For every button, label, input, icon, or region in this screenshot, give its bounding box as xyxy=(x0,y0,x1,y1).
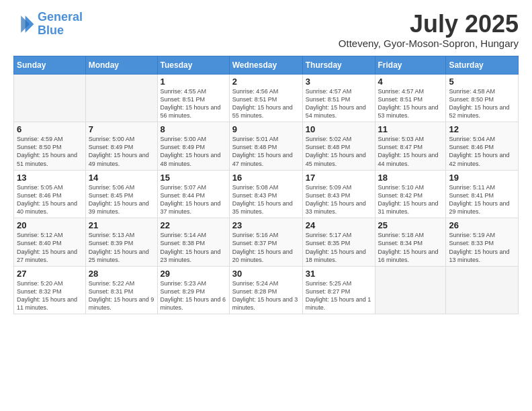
calendar-cell: 29Sunrise: 5:23 AMSunset: 8:29 PMDayligh… xyxy=(157,266,229,314)
day-info: Sunrise: 5:02 AMSunset: 8:48 PMDaylight:… xyxy=(306,135,372,168)
day-info: Sunrise: 5:01 AMSunset: 8:48 PMDaylight:… xyxy=(232,135,300,168)
day-info: Sunrise: 5:09 AMSunset: 8:43 PMDaylight:… xyxy=(306,183,372,216)
day-header-sunday: Sunday xyxy=(14,56,86,74)
day-number: 27 xyxy=(17,269,83,279)
day-info: Sunrise: 5:08 AMSunset: 8:43 PMDaylight:… xyxy=(232,183,300,216)
day-number: 7 xyxy=(89,124,154,134)
day-info: Sunrise: 5:24 AMSunset: 8:28 PMDaylight:… xyxy=(232,279,300,312)
day-info: Sunrise: 4:57 AMSunset: 8:51 PMDaylight:… xyxy=(306,87,372,120)
logo-text: General Blue xyxy=(38,11,83,38)
day-info: Sunrise: 5:14 AMSunset: 8:38 PMDaylight:… xyxy=(161,231,226,264)
day-number: 4 xyxy=(378,77,443,87)
calendar-cell: 8Sunrise: 5:00 AMSunset: 8:49 PMDaylight… xyxy=(157,122,229,171)
day-number: 18 xyxy=(378,173,443,183)
day-header-thursday: Thursday xyxy=(302,56,375,74)
calendar-cell: 27Sunrise: 5:20 AMSunset: 8:32 PMDayligh… xyxy=(14,266,86,314)
day-number: 20 xyxy=(17,220,83,230)
day-info: Sunrise: 5:10 AMSunset: 8:42 PMDaylight:… xyxy=(378,183,443,216)
calendar-cell xyxy=(375,266,446,314)
day-info: Sunrise: 5:18 AMSunset: 8:34 PMDaylight:… xyxy=(378,231,443,264)
calendar-cell: 2Sunrise: 4:56 AMSunset: 8:51 PMDaylight… xyxy=(229,74,302,122)
day-info: Sunrise: 4:59 AMSunset: 8:50 PMDaylight:… xyxy=(17,135,83,168)
calendar-header: SundayMondayTuesdayWednesdayThursdayFrid… xyxy=(14,56,519,74)
calendar-cell: 13Sunrise: 5:05 AMSunset: 8:46 PMDayligh… xyxy=(14,170,86,218)
day-info: Sunrise: 4:58 AMSunset: 8:50 PMDaylight:… xyxy=(449,87,515,120)
day-number: 31 xyxy=(306,269,372,279)
day-number: 28 xyxy=(89,269,154,279)
day-number: 24 xyxy=(306,220,372,230)
day-info: Sunrise: 5:12 AMSunset: 8:40 PMDaylight:… xyxy=(17,231,83,264)
day-number: 26 xyxy=(449,220,515,230)
calendar-body: 1Sunrise: 4:55 AMSunset: 8:51 PMDaylight… xyxy=(14,74,519,314)
title-block: July 2025 Otteveny, Gyor-Moson-Sopron, H… xyxy=(339,11,519,49)
calendar-cell: 10Sunrise: 5:02 AMSunset: 8:48 PMDayligh… xyxy=(302,122,375,171)
calendar-cell: 26Sunrise: 5:19 AMSunset: 8:33 PMDayligh… xyxy=(446,218,519,267)
day-info: Sunrise: 5:25 AMSunset: 8:27 PMDaylight:… xyxy=(306,279,372,312)
day-number: 1 xyxy=(161,77,226,87)
calendar-cell: 1Sunrise: 4:55 AMSunset: 8:51 PMDaylight… xyxy=(157,74,229,122)
day-info: Sunrise: 5:23 AMSunset: 8:29 PMDaylight:… xyxy=(161,279,226,312)
day-number: 12 xyxy=(449,124,515,134)
day-info: Sunrise: 5:00 AMSunset: 8:49 PMDaylight:… xyxy=(161,135,226,168)
day-number: 23 xyxy=(232,220,300,230)
calendar-cell: 7Sunrise: 5:00 AMSunset: 8:49 PMDaylight… xyxy=(85,122,157,171)
calendar-week-0: 1Sunrise: 4:55 AMSunset: 8:51 PMDaylight… xyxy=(14,74,519,122)
calendar-week-4: 27Sunrise: 5:20 AMSunset: 8:32 PMDayligh… xyxy=(14,266,519,314)
svg-marker-1 xyxy=(21,15,30,33)
calendar-cell xyxy=(85,74,157,122)
day-number: 25 xyxy=(378,220,443,230)
calendar-cell: 6Sunrise: 4:59 AMSunset: 8:50 PMDaylight… xyxy=(14,122,86,171)
day-header-wednesday: Wednesday xyxy=(229,56,302,74)
day-header-friday: Friday xyxy=(375,56,446,74)
day-number: 30 xyxy=(232,269,300,279)
calendar-week-2: 13Sunrise: 5:05 AMSunset: 8:46 PMDayligh… xyxy=(14,170,519,218)
calendar-cell: 3Sunrise: 4:57 AMSunset: 8:51 PMDaylight… xyxy=(302,74,375,122)
day-info: Sunrise: 5:07 AMSunset: 8:44 PMDaylight:… xyxy=(161,183,226,216)
day-info: Sunrise: 4:56 AMSunset: 8:51 PMDaylight:… xyxy=(232,87,300,120)
calendar-week-1: 6Sunrise: 4:59 AMSunset: 8:50 PMDaylight… xyxy=(14,122,519,171)
day-number: 17 xyxy=(306,173,372,183)
logo: General Blue xyxy=(13,11,83,38)
day-number: 8 xyxy=(161,124,226,134)
day-number: 29 xyxy=(161,269,226,279)
day-info: Sunrise: 5:11 AMSunset: 8:41 PMDaylight:… xyxy=(449,183,515,216)
day-number: 2 xyxy=(232,77,300,87)
calendar-cell: 31Sunrise: 5:25 AMSunset: 8:27 PMDayligh… xyxy=(302,266,375,314)
calendar-cell: 25Sunrise: 5:18 AMSunset: 8:34 PMDayligh… xyxy=(375,218,446,267)
day-number: 5 xyxy=(449,77,515,87)
calendar-cell: 14Sunrise: 5:06 AMSunset: 8:45 PMDayligh… xyxy=(85,170,157,218)
calendar-cell: 4Sunrise: 4:57 AMSunset: 8:51 PMDaylight… xyxy=(375,74,446,122)
day-number: 19 xyxy=(449,173,515,183)
day-info: Sunrise: 5:13 AMSunset: 8:39 PMDaylight:… xyxy=(89,231,154,264)
calendar-cell: 23Sunrise: 5:16 AMSunset: 8:37 PMDayligh… xyxy=(229,218,302,267)
day-number: 14 xyxy=(89,173,154,183)
day-number: 6 xyxy=(17,124,83,134)
logo-icon xyxy=(13,13,35,35)
day-info: Sunrise: 5:05 AMSunset: 8:46 PMDaylight:… xyxy=(17,183,83,216)
day-info: Sunrise: 5:20 AMSunset: 8:32 PMDaylight:… xyxy=(17,279,83,312)
day-number: 21 xyxy=(89,220,154,230)
month-title: July 2025 xyxy=(339,11,519,38)
calendar-cell: 24Sunrise: 5:17 AMSunset: 8:35 PMDayligh… xyxy=(302,218,375,267)
calendar-cell: 21Sunrise: 5:13 AMSunset: 8:39 PMDayligh… xyxy=(85,218,157,267)
calendar-cell: 17Sunrise: 5:09 AMSunset: 8:43 PMDayligh… xyxy=(302,170,375,218)
calendar-cell: 22Sunrise: 5:14 AMSunset: 8:38 PMDayligh… xyxy=(157,218,229,267)
day-info: Sunrise: 5:06 AMSunset: 8:45 PMDaylight:… xyxy=(89,183,154,216)
day-info: Sunrise: 4:55 AMSunset: 8:51 PMDaylight:… xyxy=(161,87,226,120)
day-info: Sunrise: 5:22 AMSunset: 8:31 PMDaylight:… xyxy=(89,279,154,312)
day-number: 15 xyxy=(161,173,226,183)
calendar-cell: 20Sunrise: 5:12 AMSunset: 8:40 PMDayligh… xyxy=(14,218,86,267)
header: General Blue July 2025 Otteveny, Gyor-Mo… xyxy=(13,11,519,49)
calendar-cell: 5Sunrise: 4:58 AMSunset: 8:50 PMDaylight… xyxy=(446,74,519,122)
calendar-week-3: 20Sunrise: 5:12 AMSunset: 8:40 PMDayligh… xyxy=(14,218,519,267)
day-header-monday: Monday xyxy=(85,56,157,74)
page: General Blue July 2025 Otteveny, Gyor-Mo… xyxy=(0,0,532,321)
calendar-cell: 11Sunrise: 5:03 AMSunset: 8:47 PMDayligh… xyxy=(375,122,446,171)
day-number: 11 xyxy=(378,124,443,134)
day-number: 22 xyxy=(161,220,226,230)
header-row: SundayMondayTuesdayWednesdayThursdayFrid… xyxy=(14,56,519,74)
day-number: 3 xyxy=(306,77,372,87)
calendar-cell xyxy=(446,266,519,314)
calendar-cell: 18Sunrise: 5:10 AMSunset: 8:42 PMDayligh… xyxy=(375,170,446,218)
day-number: 16 xyxy=(232,173,300,183)
